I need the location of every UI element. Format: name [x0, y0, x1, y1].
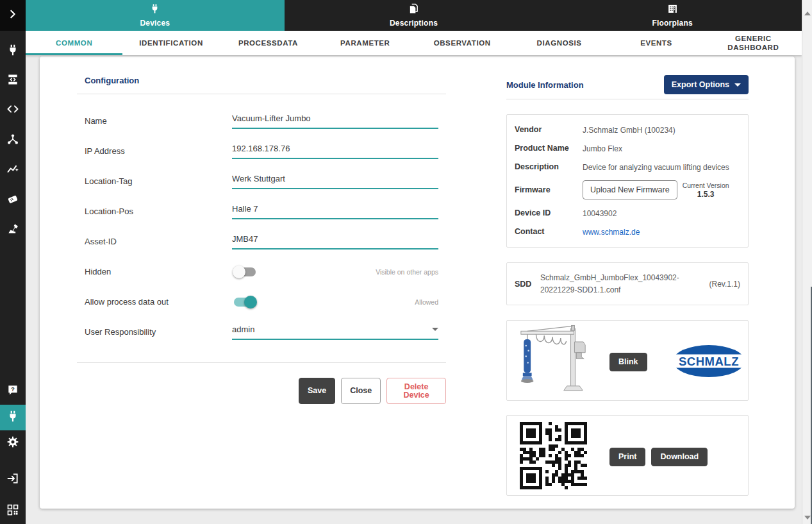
scroll-down-arrow[interactable]	[804, 516, 811, 520]
field-label: IP Address	[85, 146, 232, 156]
device-image-card: Blink SCHMALZ	[506, 320, 749, 401]
detail-row-device-id: Device ID 10043902	[515, 208, 740, 219]
field-label: Hidden	[85, 267, 232, 276]
tab-observation[interactable]: OBSERVATION	[414, 31, 511, 55]
logout-icon	[6, 472, 19, 487]
chevron-down-icon	[734, 83, 741, 87]
sidebar-item-devices[interactable]	[5, 44, 21, 59]
sidebar-item-code[interactable]	[5, 103, 21, 118]
documents-icon	[408, 3, 419, 17]
vertical-scrollbar[interactable]	[802, 0, 812, 524]
sub-tab-bar: COMMON IDENTIFICATION PROCESSDATA PARAME…	[26, 31, 802, 55]
top-tab-devices[interactable]: Devices	[26, 0, 285, 31]
ip-address-input[interactable]: 192.168.178.76	[232, 144, 438, 159]
qr-card: Print Download	[506, 415, 749, 496]
svg-text:SCHMALZ: SCHMALZ	[679, 355, 739, 368]
close-button[interactable]: Close	[341, 378, 381, 404]
form-row-name: Name Vacuum-Lifter Jumbo	[85, 106, 446, 136]
module-information-title: Module Information	[506, 80, 584, 90]
module-details-card: Vendor J.Schmalz GmbH (100234) Product N…	[506, 114, 749, 248]
schmalz-logo: SCHMALZ	[672, 344, 745, 378]
sidebar-item-device-manager-active[interactable]	[0, 405, 26, 430]
firmware-version: Current Version 1.5.3	[683, 182, 729, 199]
top-navigation: Devices Descriptions Floorplans	[26, 0, 802, 31]
form-actions: Save Close Delete Device	[299, 378, 446, 404]
export-options-button[interactable]: Export Options	[664, 75, 749, 94]
divider	[77, 362, 446, 363]
top-tab-label: Descriptions	[390, 19, 438, 28]
name-input[interactable]: Vacuum-Lifter Jumbo	[232, 114, 438, 129]
delete-device-button[interactable]: Delete Device	[386, 378, 446, 404]
app-window: ? Devices Descriptions Floorplans	[0, 0, 812, 524]
tab-generic-dashboard[interactable]: GENERIC DASHBOARD	[705, 31, 802, 55]
form-row-process-data: Allow process data out Allowed	[85, 287, 446, 317]
sidebar-item-robot[interactable]	[5, 222, 21, 237]
print-button[interactable]: Print	[609, 448, 645, 466]
sidebar-item-network[interactable]	[5, 133, 21, 148]
chevron-right-icon	[8, 9, 18, 22]
save-button[interactable]: Save	[299, 378, 335, 404]
top-tab-label: Floorplans	[652, 19, 693, 28]
tab-processdata[interactable]: PROCESSDATA	[220, 31, 317, 55]
tab-common[interactable]: COMMON	[26, 31, 122, 55]
detail-row-contact: Contact www.schmalz.de	[515, 227, 740, 238]
top-tab-floorplans[interactable]: Floorplans	[543, 0, 802, 31]
form-row-location-pos: Location-Pos Halle 7	[85, 196, 446, 226]
label-icon	[6, 192, 19, 208]
robot-arm-icon	[6, 222, 19, 237]
divider	[506, 99, 749, 99]
qr-code-icon	[6, 503, 19, 519]
module-information-section: Module Information Export Options Vendor…	[506, 76, 749, 496]
analytics-icon	[6, 162, 19, 178]
configuration-section: Configuration Name Vacuum-Lifter Jumbo I…	[77, 76, 446, 404]
process-data-toggle[interactable]	[234, 298, 256, 307]
sidebar-item-analytics[interactable]	[5, 162, 21, 178]
vendor-value: J.Schmalz GmbH (100234)	[583, 125, 675, 136]
tab-identification[interactable]: IDENTIFICATION	[122, 31, 219, 55]
sidebar-item-help[interactable]: ?	[5, 384, 21, 399]
sidebar-item-logout[interactable]	[5, 472, 21, 487]
asset-id-input[interactable]: JMB47	[232, 234, 438, 249]
sidebar-item-qr[interactable]	[5, 503, 21, 519]
sidebar-item-modules[interactable]	[5, 73, 21, 89]
user-responsibility-select[interactable]: admin	[232, 325, 438, 340]
download-button[interactable]: Download	[651, 448, 708, 466]
detail-row-firmware: Firmware Upload New Firmware Current Ver…	[515, 180, 740, 199]
hidden-toggle[interactable]	[234, 267, 256, 276]
form-row-user-responsibility: User Responsibility admin	[85, 317, 446, 347]
main-panel: Configuration Name Vacuum-Lifter Jumbo I…	[40, 56, 795, 509]
sdd-revision: (Rev.1.1)	[709, 280, 740, 289]
upload-firmware-button[interactable]: Upload New Firmware	[583, 180, 677, 199]
field-label: Name	[85, 116, 232, 126]
left-sidebar: ?	[0, 0, 26, 524]
description-value: Device for analyzing vacuum lifting devi…	[583, 162, 729, 173]
location-pos-input[interactable]: Halle 7	[232, 204, 438, 219]
blink-button[interactable]: Blink	[609, 353, 647, 371]
sdd-filename: Schmalz_GmbH_JumboFlex_10043902-20221229…	[540, 272, 689, 296]
form-row-ip: IP Address 192.168.178.76	[85, 136, 446, 166]
sidebar-item-labels[interactable]	[5, 192, 21, 208]
gear-icon	[6, 435, 19, 451]
process-data-hint: Allowed	[415, 298, 438, 306]
svg-text:?: ?	[11, 386, 15, 393]
sidebar-item-settings[interactable]	[5, 435, 21, 451]
device-illustration	[516, 325, 592, 398]
tab-diagnosis[interactable]: DIAGNOSIS	[511, 31, 608, 55]
scroll-up-arrow[interactable]	[804, 12, 811, 15]
contact-link[interactable]: www.schmalz.de	[583, 227, 640, 238]
form-row-hidden: Hidden Visible on other apps	[85, 257, 446, 287]
network-icon	[6, 133, 19, 148]
top-tab-descriptions[interactable]: Descriptions	[285, 0, 543, 31]
hidden-hint: Visible on other apps	[376, 268, 438, 276]
tab-parameter[interactable]: PARAMETER	[317, 31, 413, 55]
sidebar-expand-button[interactable]	[0, 0, 26, 31]
plug-icon	[6, 44, 19, 59]
configuration-form: Name Vacuum-Lifter Jumbo IP Address 192.…	[77, 106, 446, 347]
field-label: Location-Tag	[85, 176, 232, 186]
location-tag-input[interactable]: Werk Stuttgart	[232, 174, 438, 189]
code-icon	[6, 103, 19, 118]
top-tab-label: Devices	[140, 19, 170, 28]
field-label: Allow process data out	[85, 297, 232, 307]
configuration-title: Configuration	[85, 76, 446, 85]
tab-events[interactable]: EVENTS	[608, 31, 704, 55]
